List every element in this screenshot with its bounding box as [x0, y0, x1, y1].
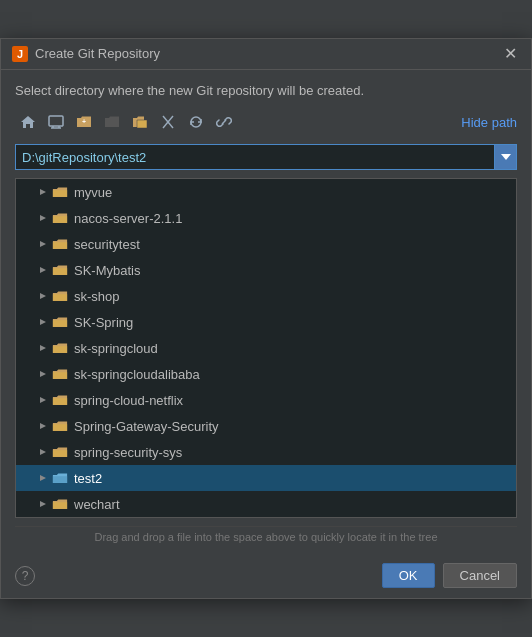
- ok-button[interactable]: OK: [382, 563, 435, 588]
- tree-item-label: spring-cloud-netflix: [74, 393, 183, 408]
- toolbar: +: [15, 108, 517, 136]
- footer-actions: OK Cancel: [382, 563, 517, 588]
- folder-icon: [52, 289, 68, 303]
- tree-item-label: test2: [74, 471, 102, 486]
- svg-marker-2: [21, 116, 35, 128]
- tree-item[interactable]: sk-springcloudalibaba: [16, 361, 516, 387]
- tree-item[interactable]: sk-springcloud: [16, 335, 516, 361]
- folder-icon: [52, 393, 68, 407]
- svg-marker-11: [501, 154, 511, 160]
- folder-icon: [52, 367, 68, 381]
- tree-item[interactable]: wechart: [16, 491, 516, 517]
- open-folder-button: [99, 110, 125, 134]
- drag-hint: Drag and drop a file into the space abov…: [15, 526, 517, 545]
- svg-marker-20: [40, 397, 46, 403]
- tree-item-label: sk-springcloudalibaba: [74, 367, 200, 382]
- folder-icon: [52, 497, 68, 511]
- create-git-repo-dialog: J Create Git Repository ✕ Select directo…: [0, 38, 532, 599]
- tree-item[interactable]: SK-Mybatis: [16, 257, 516, 283]
- tree-item[interactable]: 北工商: [16, 517, 516, 518]
- tree-item[interactable]: nacos-server-2.1.1: [16, 205, 516, 231]
- tree-item-label: SK-Spring: [74, 315, 133, 330]
- tree-item-label: sk-springcloud: [74, 341, 158, 356]
- tree-item[interactable]: sk-shop: [16, 283, 516, 309]
- tree-item[interactable]: Spring-Gateway-Security: [16, 413, 516, 439]
- path-input[interactable]: [15, 144, 495, 170]
- folder-icon: [52, 315, 68, 329]
- svg-marker-21: [40, 423, 46, 429]
- chevron-icon[interactable]: [36, 240, 50, 248]
- chevron-icon[interactable]: [36, 396, 50, 404]
- svg-text:J: J: [17, 48, 23, 60]
- delete-button[interactable]: [155, 110, 181, 134]
- folder-icon: [52, 263, 68, 277]
- chevron-icon[interactable]: [36, 370, 50, 378]
- folder-icon: [52, 237, 68, 251]
- tree-item-label: nacos-server-2.1.1: [74, 211, 182, 226]
- svg-marker-22: [40, 449, 46, 455]
- chevron-icon[interactable]: [36, 474, 50, 482]
- svg-marker-18: [40, 345, 46, 351]
- link-button[interactable]: [211, 110, 237, 134]
- folder-icon: [52, 419, 68, 433]
- refresh-button[interactable]: [183, 110, 209, 134]
- dialog-body: Select directory where the new Git repos…: [1, 70, 531, 555]
- svg-marker-17: [40, 319, 46, 325]
- svg-marker-15: [40, 267, 46, 273]
- hide-path-link[interactable]: Hide path: [461, 115, 517, 130]
- dialog-description: Select directory where the new Git repos…: [15, 82, 517, 100]
- folder-icon: [52, 185, 68, 199]
- cancel-button[interactable]: Cancel: [443, 563, 517, 588]
- folder-icon: [52, 341, 68, 355]
- move-button[interactable]: [127, 110, 153, 134]
- chevron-icon[interactable]: [36, 500, 50, 508]
- tree-item[interactable]: spring-security-sys: [16, 439, 516, 465]
- svg-marker-19: [40, 371, 46, 377]
- tree-item[interactable]: test2: [16, 465, 516, 491]
- home-button[interactable]: [15, 110, 41, 134]
- tree-item-label: myvue: [74, 185, 112, 200]
- tree-item[interactable]: myvue: [16, 179, 516, 205]
- chevron-icon[interactable]: [36, 214, 50, 222]
- close-button[interactable]: ✕: [500, 46, 521, 62]
- chevron-icon[interactable]: [36, 188, 50, 196]
- svg-marker-12: [40, 189, 46, 195]
- desktop-button[interactable]: [43, 110, 69, 134]
- dialog-footer: ? OK Cancel: [1, 555, 531, 598]
- folder-icon: [52, 211, 68, 225]
- tree-item[interactable]: securitytest: [16, 231, 516, 257]
- tree-item-label: SK-Mybatis: [74, 263, 140, 278]
- svg-marker-24: [40, 501, 46, 507]
- path-bar: [15, 144, 517, 170]
- dialog-title: Create Git Repository: [35, 46, 494, 61]
- chevron-icon[interactable]: [36, 344, 50, 352]
- chevron-icon[interactable]: [36, 266, 50, 274]
- chevron-icon[interactable]: [36, 448, 50, 456]
- help-label: ?: [22, 569, 29, 583]
- tree-item-label: securitytest: [74, 237, 140, 252]
- svg-marker-23: [40, 475, 46, 481]
- svg-marker-14: [40, 241, 46, 247]
- tree-item-label: wechart: [74, 497, 120, 512]
- tree-item-label: Spring-Gateway-Security: [74, 419, 219, 434]
- svg-line-10: [222, 120, 226, 124]
- help-button[interactable]: ?: [15, 566, 35, 586]
- path-dropdown-button[interactable]: [495, 144, 517, 170]
- tree-item[interactable]: spring-cloud-netflix: [16, 387, 516, 413]
- chevron-icon[interactable]: [36, 292, 50, 300]
- chevron-icon[interactable]: [36, 318, 50, 326]
- chevron-icon[interactable]: [36, 422, 50, 430]
- app-icon: J: [11, 45, 29, 63]
- tree-item-label: sk-shop: [74, 289, 120, 304]
- tree-item-label: spring-security-sys: [74, 445, 182, 460]
- svg-marker-16: [40, 293, 46, 299]
- svg-rect-3: [49, 116, 63, 126]
- svg-marker-13: [40, 215, 46, 221]
- title-bar: J Create Git Repository ✕: [1, 39, 531, 70]
- folder-icon: [52, 445, 68, 459]
- tree-item[interactable]: SK-Spring: [16, 309, 516, 335]
- svg-text:+: +: [82, 118, 86, 125]
- folder-icon: [52, 471, 68, 485]
- new-folder-button[interactable]: +: [71, 110, 97, 134]
- file-tree: myvue nacos-server-2.1.1 securitytest SK…: [15, 178, 517, 518]
